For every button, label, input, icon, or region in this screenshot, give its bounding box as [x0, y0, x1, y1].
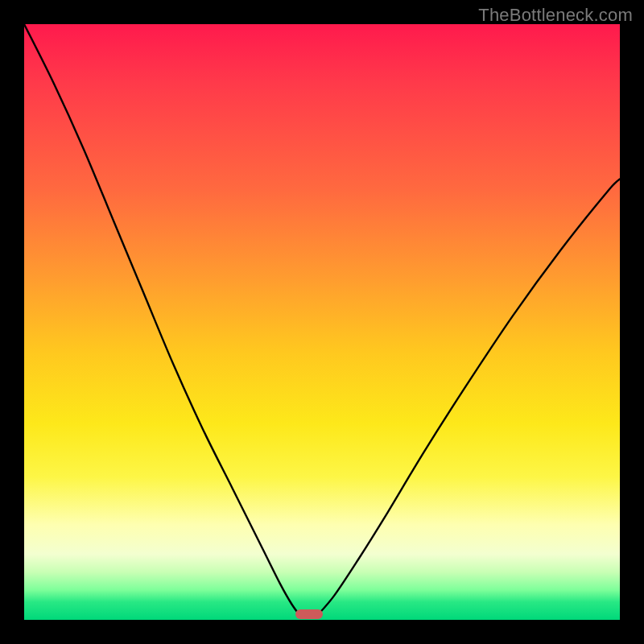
bottleneck-curve [24, 24, 620, 620]
curve-left-branch [24, 24, 301, 617]
chart-frame: TheBottleneck.com [0, 0, 644, 644]
watermark-text: TheBottleneck.com [478, 5, 633, 26]
minimum-marker [295, 609, 323, 619]
plot-area [24, 24, 620, 620]
curve-right-branch [316, 179, 620, 617]
